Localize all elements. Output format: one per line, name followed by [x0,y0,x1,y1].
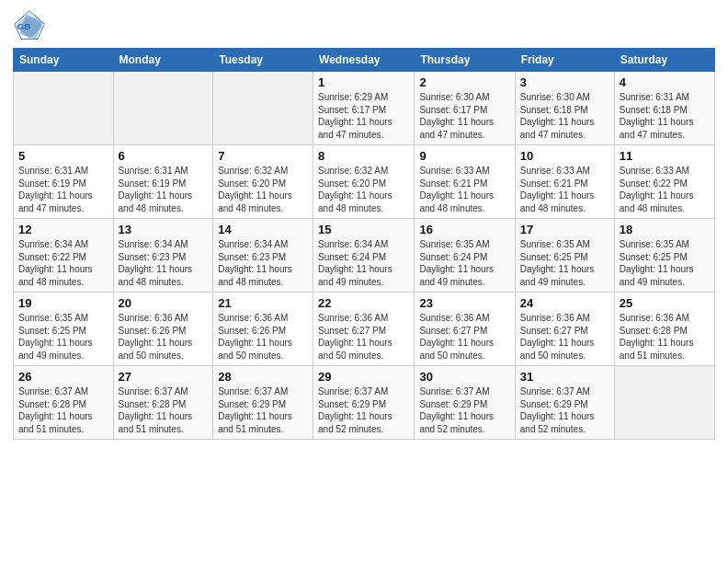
day-number: 29 [318,370,409,384]
day-cell: 17Sunrise: 6:35 AM Sunset: 6:25 PM Dayli… [515,219,614,293]
day-number: 25 [620,296,710,310]
day-number: 15 [318,223,409,236]
day-cell: 26Sunrise: 6:37 AM Sunset: 6:28 PM Dayli… [14,366,114,440]
day-info: Sunrise: 6:34 AM Sunset: 6:23 PM Dayligh… [119,238,209,288]
day-number: 7 [218,149,308,163]
day-info: Sunrise: 6:33 AM Sunset: 6:21 PM Dayligh… [520,165,609,214]
header-cell-thursday: Thursday [415,49,515,72]
day-number: 23 [419,296,509,310]
header-cell-friday: Friday [515,49,614,72]
day-cell: 9Sunrise: 6:33 AM Sunset: 6:21 PM Daylig… [415,145,515,219]
day-info: Sunrise: 6:35 AM Sunset: 6:25 PM Dayligh… [520,238,609,288]
day-cell: 20Sunrise: 6:36 AM Sunset: 6:26 PM Dayli… [113,293,213,366]
day-info: Sunrise: 6:36 AM Sunset: 6:27 PM Dayligh… [520,312,609,362]
day-info: Sunrise: 6:32 AM Sunset: 6:20 PM Dayligh… [318,165,409,214]
calendar-body: 1Sunrise: 6:29 AM Sunset: 6:17 PM Daylig… [14,72,715,440]
day-cell: 6Sunrise: 6:31 AM Sunset: 6:19 PM Daylig… [113,145,213,219]
day-cell [14,72,114,145]
day-cell: 4Sunrise: 6:31 AM Sunset: 6:18 PM Daylig… [614,72,714,145]
day-cell: 18Sunrise: 6:35 AM Sunset: 6:25 PM Dayli… [614,219,714,293]
day-number: 16 [419,223,509,236]
day-cell: 11Sunrise: 6:33 AM Sunset: 6:22 PM Dayli… [614,145,714,219]
day-number: 27 [119,370,209,384]
week-row-5: 26Sunrise: 6:37 AM Sunset: 6:28 PM Dayli… [14,366,715,440]
day-number: 14 [218,223,308,236]
header-cell-monday: Monday [113,49,213,72]
day-info: Sunrise: 6:36 AM Sunset: 6:26 PM Dayligh… [119,312,209,362]
day-info: Sunrise: 6:33 AM Sunset: 6:22 PM Dayligh… [620,165,710,214]
header-cell-saturday: Saturday [614,49,714,72]
day-number: 30 [419,370,509,384]
day-cell: 10Sunrise: 6:33 AM Sunset: 6:21 PM Dayli… [515,145,614,219]
svg-text:GB: GB [17,21,31,31]
day-number: 9 [419,149,509,163]
header-cell-tuesday: Tuesday [213,49,313,72]
day-info: Sunrise: 6:36 AM Sunset: 6:26 PM Dayligh… [218,312,308,362]
day-number: 13 [119,223,209,236]
week-row-4: 19Sunrise: 6:35 AM Sunset: 6:25 PM Dayli… [14,293,715,366]
day-cell: 22Sunrise: 6:36 AM Sunset: 6:27 PM Dayli… [313,293,415,366]
day-number: 19 [18,296,108,310]
day-number: 10 [520,149,609,163]
day-number: 12 [18,223,108,236]
week-row-1: 1Sunrise: 6:29 AM Sunset: 6:17 PM Daylig… [14,72,715,145]
day-info: Sunrise: 6:31 AM Sunset: 6:19 PM Dayligh… [18,165,108,214]
day-info: Sunrise: 6:35 AM Sunset: 6:25 PM Dayligh… [18,312,108,362]
day-number: 22 [318,296,409,310]
day-cell: 28Sunrise: 6:37 AM Sunset: 6:29 PM Dayli… [213,366,313,440]
day-info: Sunrise: 6:37 AM Sunset: 6:28 PM Dayligh… [18,385,108,435]
day-number: 5 [18,149,108,163]
day-info: Sunrise: 6:36 AM Sunset: 6:28 PM Dayligh… [620,312,710,362]
day-cell: 1Sunrise: 6:29 AM Sunset: 6:17 PM Daylig… [313,72,415,145]
day-cell: 23Sunrise: 6:36 AM Sunset: 6:27 PM Dayli… [415,293,515,366]
day-info: Sunrise: 6:37 AM Sunset: 6:29 PM Dayligh… [318,385,409,435]
day-number: 20 [119,296,209,310]
header-cell-sunday: Sunday [14,49,114,72]
day-cell: 7Sunrise: 6:32 AM Sunset: 6:20 PM Daylig… [213,145,313,219]
day-info: Sunrise: 6:32 AM Sunset: 6:20 PM Dayligh… [218,165,308,214]
day-number: 11 [620,149,710,163]
logo: GB [13,9,50,42]
day-info: Sunrise: 6:35 AM Sunset: 6:24 PM Dayligh… [419,238,509,288]
day-info: Sunrise: 6:36 AM Sunset: 6:27 PM Dayligh… [419,312,509,362]
day-info: Sunrise: 6:34 AM Sunset: 6:23 PM Dayligh… [218,238,308,288]
day-cell: 24Sunrise: 6:36 AM Sunset: 6:27 PM Dayli… [515,293,614,366]
header-cell-wednesday: Wednesday [313,49,415,72]
day-cell [614,366,714,440]
day-number: 2 [419,75,509,89]
day-info: Sunrise: 6:37 AM Sunset: 6:28 PM Dayligh… [119,385,209,435]
week-row-2: 5Sunrise: 6:31 AM Sunset: 6:19 PM Daylig… [14,145,715,219]
day-cell: 27Sunrise: 6:37 AM Sunset: 6:28 PM Dayli… [113,366,213,440]
week-row-3: 12Sunrise: 6:34 AM Sunset: 6:22 PM Dayli… [14,219,715,293]
day-cell: 2Sunrise: 6:30 AM Sunset: 6:17 PM Daylig… [415,72,515,145]
day-info: Sunrise: 6:30 AM Sunset: 6:18 PM Dayligh… [520,91,609,141]
day-info: Sunrise: 6:34 AM Sunset: 6:24 PM Dayligh… [318,238,409,288]
day-cell: 25Sunrise: 6:36 AM Sunset: 6:28 PM Dayli… [614,293,714,366]
logo-icon: GB [13,9,46,42]
day-info: Sunrise: 6:30 AM Sunset: 6:17 PM Dayligh… [419,91,509,141]
day-cell: 5Sunrise: 6:31 AM Sunset: 6:19 PM Daylig… [14,145,114,219]
day-info: Sunrise: 6:33 AM Sunset: 6:21 PM Dayligh… [419,165,509,214]
day-cell [113,72,213,145]
day-cell: 3Sunrise: 6:30 AM Sunset: 6:18 PM Daylig… [515,72,614,145]
day-number: 6 [119,149,209,163]
day-cell: 30Sunrise: 6:37 AM Sunset: 6:29 PM Dayli… [415,366,515,440]
day-number: 28 [218,370,308,384]
day-number: 17 [520,223,609,236]
day-info: Sunrise: 6:37 AM Sunset: 6:29 PM Dayligh… [218,385,308,435]
day-number: 4 [620,75,710,89]
day-info: Sunrise: 6:34 AM Sunset: 6:22 PM Dayligh… [18,238,108,288]
header: GB [13,9,715,42]
day-cell: 21Sunrise: 6:36 AM Sunset: 6:26 PM Dayli… [213,293,313,366]
day-info: Sunrise: 6:29 AM Sunset: 6:17 PM Dayligh… [318,91,409,141]
day-cell: 29Sunrise: 6:37 AM Sunset: 6:29 PM Dayli… [313,366,415,440]
day-cell: 12Sunrise: 6:34 AM Sunset: 6:22 PM Dayli… [14,219,114,293]
day-info: Sunrise: 6:31 AM Sunset: 6:18 PM Dayligh… [620,91,710,141]
day-number: 21 [218,296,308,310]
day-number: 24 [520,296,609,310]
day-number: 3 [520,75,609,89]
day-cell [213,72,313,145]
day-info: Sunrise: 6:35 AM Sunset: 6:25 PM Dayligh… [620,238,710,288]
day-info: Sunrise: 6:36 AM Sunset: 6:27 PM Dayligh… [318,312,409,362]
day-cell: 13Sunrise: 6:34 AM Sunset: 6:23 PM Dayli… [113,219,213,293]
